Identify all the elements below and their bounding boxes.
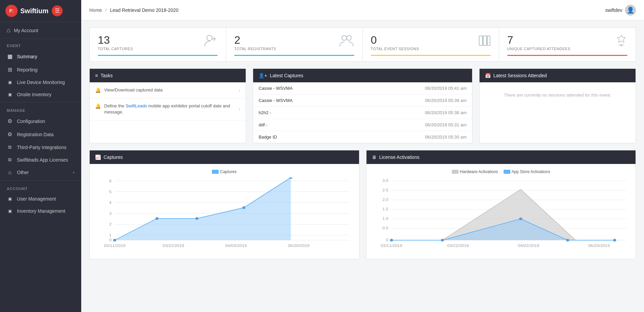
captures-chart-header: 📈 Captures — [90, 150, 359, 164]
tasks-panel-body: 🔔 View/Download captured data › 🔔 Define… — [90, 82, 246, 121]
captures-chart-area: Captures 0 1 — [90, 164, 359, 259]
stat-number-captures: 13 — [98, 35, 218, 45]
captures-legend-label: Captures — [220, 169, 237, 174]
capture-time-4: 06/20/2019 05:31 am — [425, 122, 467, 127]
appstore-legend-item: App Store Activations — [504, 169, 550, 174]
svg-text:03/22/2019: 03/22/2019 — [447, 244, 469, 248]
captures-legend-item: Captures — [212, 169, 237, 174]
middle-row: ≡ Tasks 🔔 View/Download captured data › … — [89, 68, 636, 143]
svg-text:06/20/2019: 06/20/2019 — [588, 244, 610, 248]
svg-marker-22 — [115, 178, 291, 240]
capture-name-5: Badge ID — [259, 134, 277, 140]
capture-time-5: 06/20/2019 05:30 am — [425, 134, 467, 140]
menu-button[interactable]: ☰ — [52, 5, 63, 16]
svg-rect-6 — [483, 36, 487, 45]
capture-time-3: 06/20/2019 05:38 am — [425, 110, 467, 115]
svg-text:04/02/2019: 04/02/2019 — [517, 244, 539, 248]
stat-label-registrants: TOTAL REGISTRANTS — [234, 47, 354, 51]
task-item-view-download[interactable]: 🔔 View/Download captured data › — [90, 82, 246, 98]
bell-icon-2: 🔔 — [95, 103, 101, 109]
stat-number-attendees: 7 — [507, 35, 627, 45]
task-text-1: View/Download captured data — [104, 87, 236, 93]
svg-text:0.5: 0.5 — [382, 226, 388, 230]
sidebar-item-my-account[interactable]: ⌂ My Account — [0, 22, 81, 39]
sidebar-item-live-device-monitoring[interactable]: ▣ Live Device Monitoring — [0, 76, 81, 88]
svg-text:5: 5 — [109, 190, 112, 194]
sessions-header-icon: 📅 — [485, 73, 491, 78]
capture-row-2: Cassie - WSVMA 06/20/2019 05:39 am — [253, 95, 472, 107]
svg-point-51 — [566, 239, 569, 242]
stat-unique-attendees: 7 UNIQUE CAPTURED ATTENDEES — [499, 28, 636, 61]
captures-chart-svg: 0 1 2 3 4 5 6 — [95, 178, 354, 252]
capture-name-4: ddf - — [259, 122, 267, 127]
svg-point-3 — [342, 36, 347, 40]
sidebar-section-account: ACCOUNT — [0, 182, 81, 193]
svg-point-0 — [207, 35, 212, 41]
captures-chart-panel: 📈 Captures Captures — [89, 150, 359, 259]
avatar-icon: 👤 — [627, 6, 634, 14]
sessions-empty-message: There are currently no sessions attended… — [480, 82, 636, 108]
license-chart-header: 🖥 License Activations — [367, 150, 636, 164]
hardware-legend-swatch — [452, 170, 459, 174]
appstore-legend-label: App Store Activations — [512, 169, 550, 174]
sidebar-item-swiftleads-app-licenses[interactable]: ⧉ Swiftleads App Licenses — [0, 153, 81, 166]
task-chevron-1: › — [239, 87, 241, 93]
captures-legend-swatch — [212, 170, 219, 174]
svg-text:1.5: 1.5 — [382, 207, 388, 211]
bottom-row: 📈 Captures Captures — [89, 150, 636, 259]
sidebar-label-user-management: User Management — [17, 196, 56, 202]
swiftleads-link[interactable]: SwiftLeads — [126, 103, 147, 108]
other-icon: ⌂ — [7, 169, 13, 175]
captures-panel-body: Cassie - WSVMA 06/20/2019 05:41 am Cassi… — [253, 82, 472, 143]
sidebar-item-registration-data[interactable]: ⚙ Registration Data — [0, 128, 81, 141]
svg-point-23 — [113, 239, 116, 242]
breadcrumb-current: Lead Retrieval Demo 2018-2020 — [110, 7, 178, 13]
content-area: 13 TOTAL CAPTURES 2 TOTAL REGISTRANTS — [81, 21, 644, 312]
sidebar-item-configuration[interactable]: ⚙ Configuration — [0, 115, 81, 128]
capture-row-4: ddf - 06/20/2019 05:31 am — [253, 119, 472, 131]
capture-row-5: Badge ID 06/20/2019 05:30 am — [253, 131, 472, 143]
capture-row-1: Cassie - WSVMA 06/20/2019 05:41 am — [253, 82, 472, 95]
stat-label-sessions: TOTAL EVENT SESSIONS — [371, 47, 491, 51]
live-device-icon: ▣ — [7, 80, 13, 85]
svg-text:4: 4 — [109, 201, 112, 205]
sidebar-section-manage: MANAGE — [0, 104, 81, 115]
svg-text:1.0: 1.0 — [382, 216, 388, 221]
svg-point-48 — [390, 239, 393, 242]
user-info[interactable]: swiftdev 👤 — [605, 5, 636, 16]
svg-text:0: 0 — [109, 238, 112, 242]
svg-text:06/20/2019: 06/20/2019 — [288, 244, 310, 248]
svg-text:2.0: 2.0 — [382, 197, 388, 202]
stat-label-captures: TOTAL CAPTURES — [98, 47, 218, 51]
sidebar-item-reporting[interactable]: ⊞ Reporting — [0, 63, 81, 76]
capture-name-3: h2h2 - — [259, 110, 271, 115]
sidebar-item-third-party-integrations[interactable]: ⧉ Third-Party Integrations — [0, 141, 81, 153]
hardware-legend-item: Hardware Activations — [452, 169, 498, 174]
my-account-label: My Account — [14, 28, 38, 33]
sidebar-label-onsite-inventory: Onsite Inventory — [17, 92, 51, 97]
task-item-define-swiftleads[interactable]: 🔔 Define the SwiftLeads mobile app exhib… — [90, 98, 246, 120]
breadcrumb-home[interactable]: Home — [89, 7, 102, 13]
stat-icon-registrants — [339, 35, 354, 49]
svg-point-25 — [195, 217, 198, 220]
svg-text:03/11/2019: 03/11/2019 — [104, 244, 126, 248]
captures-header-icon: 👤+ — [259, 73, 267, 78]
capture-time-2: 06/20/2019 05:39 am — [425, 98, 467, 103]
stat-underline-registrants — [234, 55, 354, 56]
sidebar-label-reporting: Reporting — [17, 67, 38, 72]
sidebar-item-other[interactable]: ⌂ Other › — [0, 166, 81, 179]
tasks-panel: ≡ Tasks 🔔 View/Download captured data › … — [89, 68, 246, 143]
stat-label-attendees: UNIQUE CAPTURED ATTENDEES — [507, 47, 627, 51]
sidebar-item-summary[interactable]: ▦ Summary — [0, 50, 81, 63]
stat-icon-attendees — [615, 35, 627, 49]
svg-text:0: 0 — [386, 238, 388, 242]
sidebar-item-onsite-inventory[interactable]: ▣ Onsite Inventory — [0, 88, 81, 101]
sidebar-label-third-party: Third-Party Integrations — [17, 145, 66, 150]
latest-captures-panel: 👤+ Latest Captures Cassie - WSVMA 06/20/… — [253, 68, 472, 143]
sidebar-item-user-management[interactable]: ▣ User Management — [0, 193, 81, 205]
svg-rect-5 — [479, 36, 483, 45]
stat-underline-attendees — [507, 55, 627, 56]
swiftleads-icon: ⧉ — [7, 157, 13, 163]
sidebar-item-inventory-management[interactable]: ▣ Inventory Management — [0, 205, 81, 217]
captures-panel-header: 👤+ Latest Captures — [253, 69, 472, 82]
